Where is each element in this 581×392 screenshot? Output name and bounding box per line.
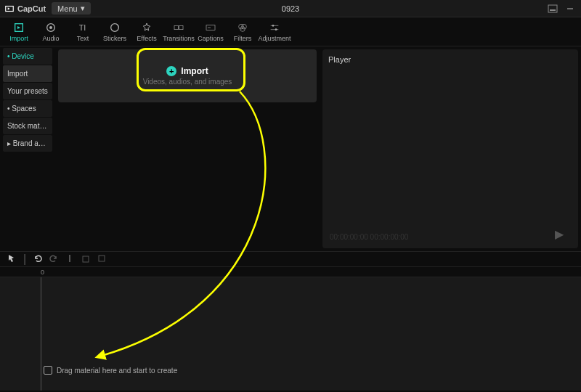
tab-stickers[interactable]: Stickers — [99, 18, 131, 46]
app-logo: CapCut — [4, 4, 46, 14]
adjustment-icon — [269, 22, 280, 33]
tab-text[interactable]: TI Text — [67, 18, 99, 46]
ruler-zero: 0 — [41, 269, 44, 276]
svg-rect-1 — [548, 5, 557, 12]
tab-captions[interactable]: Captions — [195, 18, 227, 46]
svg-point-19 — [275, 28, 277, 30]
play-icon[interactable]: ▶ — [555, 227, 564, 241]
svg-rect-21 — [83, 256, 89, 262]
plus-icon: + — [166, 66, 176, 76]
import-subtitle: Videos, audios, and images — [143, 78, 232, 86]
captions-icon — [205, 22, 216, 33]
tab-adjustment[interactable]: Adjustment — [259, 18, 290, 46]
import-title: Import — [181, 66, 208, 76]
playhead[interactable] — [41, 277, 41, 391]
svg-text:TI: TI — [79, 23, 86, 32]
tab-transitions[interactable]: Transitions — [163, 18, 195, 46]
timeline[interactable]: 0 Drag material here and start to create — [0, 267, 581, 391]
chevron-down-icon: ▾ — [81, 4, 85, 13]
transitions-icon — [173, 22, 184, 33]
sidebar-item-import[interactable]: Import — [3, 65, 52, 82]
effects-icon — [141, 22, 153, 33]
main-row: • Device Import Your presets • Spaces St… — [0, 46, 581, 251]
project-title: 0923 — [282, 4, 299, 13]
timeline-ruler[interactable]: 0 — [0, 267, 581, 277]
top-tabstrip: Import Audio TI Text Stickers Effects Tr… — [0, 17, 581, 46]
player: Player 00:00:00:00 00:00:00:00 ▶ — [322, 49, 578, 248]
split-icon[interactable] — [65, 253, 74, 266]
sidebar-item-spaces[interactable]: • Spaces — [3, 100, 52, 117]
import-icon — [13, 22, 25, 33]
sidebar-item-presets[interactable]: Your presets — [3, 83, 52, 99]
timeline-toolbar: | — [0, 251, 581, 267]
text-icon: TI — [77, 22, 89, 33]
svg-rect-22 — [99, 256, 105, 261]
svg-rect-2 — [550, 9, 556, 11]
select-tool-icon[interactable] — [7, 253, 16, 266]
left-sidebar: • Device Import Your presets • Spaces St… — [0, 46, 55, 251]
svg-point-8 — [111, 23, 119, 31]
redo-icon[interactable] — [49, 253, 58, 266]
filters-icon — [237, 22, 248, 33]
timeline-drag-hint: Drag material here and start to create — [44, 366, 177, 375]
svg-point-18 — [272, 25, 275, 27]
minimize-icon[interactable] — [564, 3, 577, 15]
tab-filters[interactable]: Filters — [227, 18, 259, 46]
media-panel: + Import Videos, audios, and images — [55, 46, 320, 251]
sidebar-item-device[interactable]: • Device — [3, 48, 52, 65]
shortcut-icon[interactable] — [546, 3, 559, 15]
player-timecode: 00:00:00:00 00:00:00:00 — [330, 233, 408, 241]
crop-icon[interactable] — [97, 253, 106, 266]
audio-icon — [45, 22, 57, 33]
app-name: CapCut — [17, 4, 46, 13]
divider: | — [23, 253, 26, 266]
titlebar: CapCut Menu ▾ 0923 — [0, 0, 581, 17]
stickers-icon — [109, 22, 121, 33]
document-icon — [44, 366, 52, 375]
undo-icon[interactable] — [33, 253, 42, 266]
svg-point-6 — [49, 26, 52, 29]
window-controls — [546, 3, 577, 15]
delete-icon[interactable] — [81, 253, 90, 266]
import-dropzone[interactable]: + Import Videos, audios, and images — [58, 49, 317, 102]
player-title: Player — [328, 55, 572, 64]
player-panel: Player 00:00:00:00 00:00:00:00 ▶ — [320, 46, 581, 251]
svg-rect-10 — [179, 25, 183, 29]
menu-button[interactable]: Menu ▾ — [52, 2, 91, 15]
tab-effects[interactable]: Effects — [131, 18, 163, 46]
svg-rect-9 — [174, 25, 178, 29]
svg-rect-20 — [69, 255, 70, 262]
sidebar-item-brand[interactable]: ▸ Brand assets — [3, 135, 52, 152]
tab-import[interactable]: Import — [3, 18, 35, 46]
capcut-icon — [4, 4, 15, 14]
sidebar-item-stock[interactable]: Stock mate… — [3, 118, 52, 134]
tab-audio[interactable]: Audio — [35, 18, 67, 46]
